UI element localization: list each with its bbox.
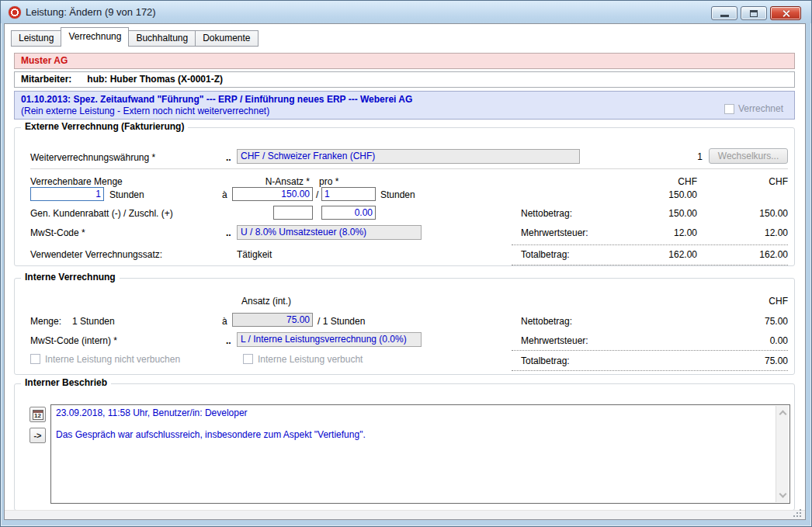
int-total-divider-bottom: [512, 370, 788, 371]
verrechnet-checkbox-group: Verrechnet: [724, 103, 783, 115]
netto-label: Nettobetrag:: [521, 208, 572, 219]
mwst-label: MwSt-Code *: [30, 227, 85, 238]
transfer-text-button[interactable]: ->: [29, 428, 46, 443]
satz-value: Tätigkeit: [237, 249, 272, 260]
tab-verrechnung[interactable]: Verrechnung: [61, 27, 129, 47]
rabatt-input[interactable]: [273, 206, 313, 220]
arrow-right-icon: ->: [33, 431, 41, 440]
minimize-icon: [720, 15, 729, 17]
scroll-down-button[interactable]: [776, 489, 789, 502]
beschrieb-line2: Das Gespräch war aufschlussreich, insbes…: [56, 429, 771, 441]
int-mwst-lookup-button[interactable]: ..: [226, 335, 231, 346]
beschrieb-blank-line: [56, 419, 771, 429]
chevron-up-icon: [779, 411, 786, 418]
menge-label: Verrechenbare Menge: [30, 176, 123, 187]
int-a-label: à: [222, 316, 227, 327]
title-bar[interactable]: Leistung: Ändern (9 von 172): [1, 1, 811, 23]
int-total-divider: [512, 350, 788, 351]
resize-grip[interactable]: [793, 508, 803, 518]
menge-input[interactable]: [30, 187, 104, 201]
chevron-down-icon: [779, 491, 786, 498]
netto-col1: 150.00: [635, 208, 697, 219]
int-menge-value: 1 Stunden: [72, 316, 115, 327]
int-total-value: 75.00: [726, 355, 788, 366]
app-window: Leistung: Ändern (9 von 172) Leistung Ve…: [0, 0, 812, 527]
close-button[interactable]: [770, 6, 801, 20]
beschrieb-textarea[interactable]: 23.09.2018, 11:58 Uhr, Benutzer/in: Deve…: [50, 404, 790, 504]
int-netto-value: 75.00: [726, 316, 788, 327]
steuer-label: Mehrwertsteuer:: [521, 227, 588, 238]
wechselkurs-button: Wechselkurs...: [709, 148, 788, 164]
int-steuer-label: Mehrwertsteuer:: [521, 335, 588, 346]
nicht-verbuchen-checkbox: [30, 354, 40, 364]
verbucht-label: Interne Leistung verbucht: [258, 354, 363, 365]
mitarbeiter-label: Mitarbeiter:: [21, 74, 71, 85]
mwst-field[interactable]: U / 8.0% Umsatzsteuer (8.0%): [237, 225, 422, 240]
tab-leistung[interactable]: Leistung: [11, 30, 61, 47]
leistung-info-box: 01.10.2013: Spez. Zeitaufwand "Führung" …: [14, 91, 795, 120]
int-pro-text: / 1 Stunden: [318, 316, 365, 327]
calendar-icon: 12: [33, 410, 43, 420]
int-ansatz-field: [232, 313, 313, 327]
int-steuer-value: 0.00: [726, 335, 788, 346]
ansatz-int-header: Ansatz (int.): [241, 296, 291, 307]
tab-bar: Leistung Verrechnung Buchhaltung Dokumen…: [5, 24, 805, 47]
app-target-icon: [9, 6, 21, 19]
beschrieb-line1: 23.09.2018, 11:58 Uhr, Benutzer/in: Deve…: [56, 407, 771, 419]
window-controls: [711, 6, 801, 20]
waehrung-lookup-button[interactable]: ..: [226, 152, 231, 163]
mwst-lookup-button[interactable]: ..: [226, 227, 231, 238]
leistung-info-line2: (Rein externe Leistung - Extern noch nic…: [21, 106, 788, 117]
int-mwst-field[interactable]: L / Interne Leistungsverrechnung (0.0%): [237, 332, 422, 347]
verbucht-checkbox: [243, 354, 253, 364]
tab-buchhaltung[interactable]: Buchhaltung: [128, 30, 196, 47]
insert-date-button[interactable]: 12: [29, 407, 46, 422]
interner-beschrieb-title: Interner Beschrieb: [21, 377, 111, 388]
pro-header: pro *: [319, 176, 338, 187]
maximize-icon: [750, 10, 758, 17]
zuschlag-input[interactable]: [321, 206, 376, 220]
externe-verrechnung-group: Externe Verrechnung (Fakturierung) Weite…: [14, 127, 795, 266]
int-netto-label: Nettobetrag:: [521, 316, 572, 327]
externe-verrechnung-title: Externe Verrechnung (Fakturierung): [21, 121, 188, 132]
n-ansatz-header: N-Ansatz *: [248, 176, 310, 187]
minimize-button[interactable]: [711, 6, 737, 20]
interne-verrechnung-group: Interne Verrechnung Ansatz (int.) CHF Me…: [14, 278, 795, 375]
window-title: Leistung: Ändern (9 von 172): [26, 6, 156, 18]
dialog-client-area: Leistung Verrechnung Buchhaltung Dokumen…: [4, 23, 806, 520]
chf-header-int: CHF: [726, 296, 788, 307]
betrag-menge-col1: 150.00: [635, 189, 697, 200]
chf-header-col1: CHF: [635, 176, 697, 187]
total-divider-bottom: [512, 265, 788, 265]
interne-verrechnung-title: Interne Verrechnung: [21, 272, 120, 283]
int-total-label: Totalbetrag:: [521, 355, 570, 366]
a-label: à: [222, 189, 227, 200]
scroll-up-button[interactable]: [776, 406, 789, 419]
n-ansatz-input[interactable]: [232, 187, 313, 201]
close-icon: [782, 9, 790, 18]
mitarbeiter-box: Mitarbeiter:hub: Huber Thomas (X-0001-Z): [14, 71, 795, 88]
rabatt-label: Gen. Kundenrabatt (-) / Zuschl. (+): [30, 208, 173, 219]
verrechnet-checkbox: [724, 104, 734, 114]
int-mwst-label: MwSt-Code (intern) *: [30, 335, 117, 346]
pro-input[interactable]: [321, 187, 376, 201]
status-bar: [5, 510, 805, 519]
menge-unit: Stunden: [109, 189, 144, 200]
maximize-button[interactable]: [741, 6, 767, 20]
wechselkurs-value: 1: [640, 151, 703, 162]
tab-dokumente[interactable]: Dokumente: [195, 30, 258, 47]
netto-col2: 150.00: [726, 208, 788, 219]
total-divider: [512, 244, 788, 245]
pro-unit: Stunden: [380, 189, 415, 200]
slash-label: /: [316, 189, 318, 200]
steuer-col2: 12.00: [726, 227, 788, 238]
textarea-scrollbar[interactable]: [776, 406, 789, 502]
waehrung-field[interactable]: CHF / Schweizer Franken (CHF): [237, 149, 580, 164]
steuer-col1: 12.00: [635, 227, 697, 238]
satz-label: Verwendeter Verrechnungssatz:: [30, 249, 162, 260]
waehrung-label: Weiterverrechnungswährung *: [30, 152, 155, 163]
verrechnet-label: Verrechnet: [738, 103, 783, 115]
chf-header-col2: CHF: [726, 176, 788, 187]
nicht-verbuchen-label: Interne Leistung nicht verbuchen: [45, 354, 180, 365]
int-menge-label: Menge:: [30, 316, 61, 327]
